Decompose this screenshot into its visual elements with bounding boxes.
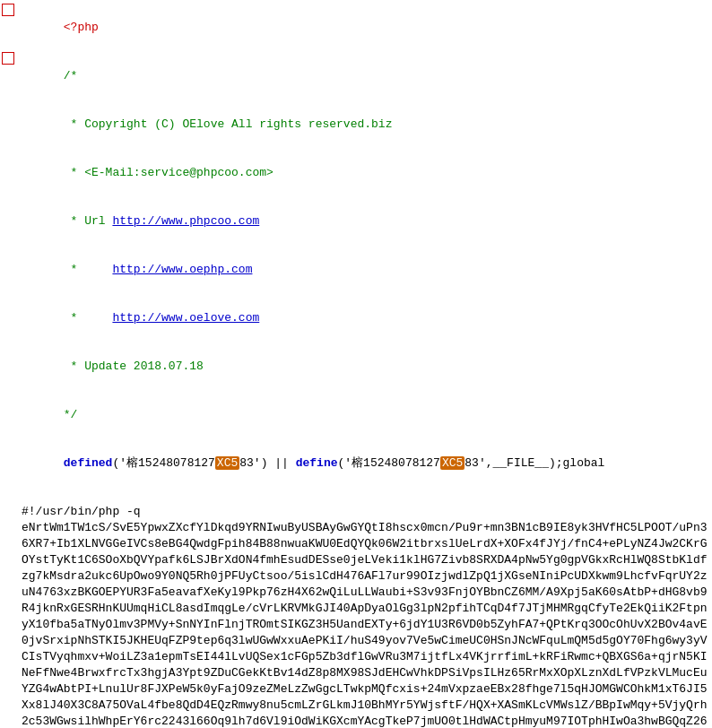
comment-url-prefix2: *	[64, 263, 113, 276]
comment-open: /*	[64, 69, 78, 82]
defined-paren-open: ('榕15248078127	[112, 456, 214, 470]
define-keyword: define	[296, 456, 338, 470]
gutter-1	[2, 4, 18, 16]
line-encoded: eNrtWm1TW1cS/SvE5YpwxZXcfYlDkqd9YRNIwuBy…	[0, 520, 712, 728]
comment-url-prefix3: *	[64, 311, 113, 325]
breakpoint-icon-1[interactable]	[2, 4, 14, 16]
breakpoint-icon-2[interactable]	[2, 52, 14, 65]
comment-copyright: * Copyright (C) OElove All rights reserv…	[64, 117, 393, 131]
comment-url-label: * Url	[64, 214, 113, 228]
highlight-xc5-1: XC5	[215, 456, 239, 470]
line-content-6: * http://www.oephp.com	[22, 246, 710, 294]
line-content-1: <?php	[22, 4, 710, 52]
line-content-5: * Url http://www.phpcoo.com	[22, 197, 710, 246]
line-5: * Url http://www.phpcoo.com	[0, 197, 712, 246]
line-shebang: #!/usr/bin/php -q	[0, 504, 712, 520]
line-content-shebang: #!/usr/bin/php -q	[22, 504, 710, 520]
line-4: * <E-Mail:service@phpcoo.com>	[0, 149, 712, 197]
line-content-4: * <E-Mail:service@phpcoo.com>	[22, 149, 710, 197]
comment-update: * Update 2018.07.18	[64, 360, 204, 373]
line-content-8: * Update 2018.07.18	[22, 342, 710, 391]
line-6: * http://www.oephp.com	[0, 246, 712, 294]
line-8: * Update 2018.07.18	[0, 342, 712, 391]
defined-keyword: defined	[64, 456, 113, 470]
url-oephp[interactable]: http://www.oephp.com	[112, 263, 252, 276]
define-paren-open: ('榕15248078127	[337, 456, 439, 470]
line-1: <?php	[0, 4, 712, 52]
line-content-10: defined('榕15248078127XC583') || define('…	[22, 439, 710, 488]
line-7: * http://www.oelove.com	[0, 294, 712, 342]
defined-mid: 83') ||	[239, 456, 295, 470]
url-phpcoo[interactable]: http://www.phpcoo.com	[112, 214, 259, 228]
define-rest: 83',__FILE__);global	[465, 456, 604, 470]
line-10: defined('榕15248078127XC583') || define('…	[0, 439, 712, 488]
comment-close: */	[64, 408, 78, 421]
line-blank	[0, 488, 712, 504]
line-content-3: * Copyright (C) OElove All rights reserv…	[22, 100, 710, 149]
line-content-blank	[22, 488, 710, 504]
highlight-xc5-2: XC5	[440, 456, 465, 470]
code-container: <?php /* * Copyright (C) OElove All righ…	[0, 0, 712, 728]
comment-email: * <E-Mail:service@phpcoo.com>	[64, 166, 274, 179]
line-content-2: /*	[22, 52, 710, 100]
line-content-encoded: eNrtWm1TW1cS/SvE5YpwxZXcfYlDkqd9YRNIwuBy…	[22, 520, 710, 728]
php-open-tag: <?php	[64, 21, 99, 34]
line-3: * Copyright (C) OElove All rights reserv…	[0, 100, 712, 149]
gutter-2	[2, 52, 18, 65]
line-content-9: */	[22, 391, 710, 439]
line-9: */	[0, 391, 712, 439]
line-2: /*	[0, 52, 712, 100]
url-oelove[interactable]: http://www.oelove.com	[112, 311, 259, 325]
line-content-7: * http://www.oelove.com	[22, 294, 710, 342]
